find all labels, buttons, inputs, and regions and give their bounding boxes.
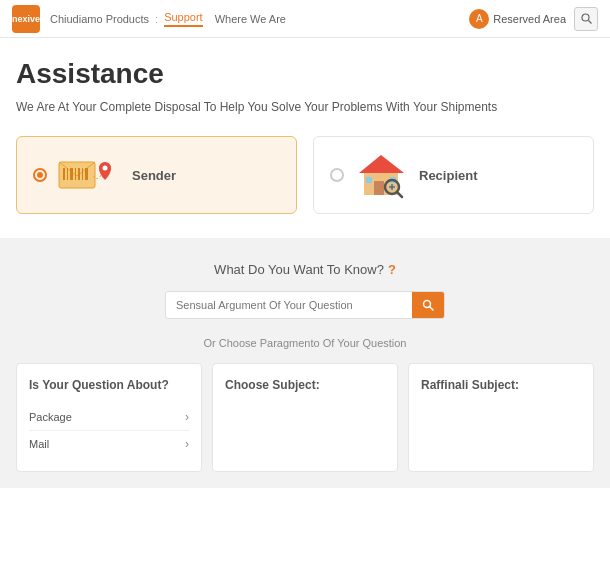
recipient-illustration (354, 151, 409, 199)
nav-item-where[interactable]: Where We Are (215, 13, 286, 25)
cards-row: Is Your Question About? Package › Mail ›… (16, 363, 594, 472)
svg-rect-4 (67, 168, 68, 180)
sender-illustration (57, 154, 122, 196)
question-title: What Do You Want To Know? ? (16, 262, 594, 277)
logo[interactable]: nexive (12, 5, 40, 33)
nav: Chiudiamo Products : Support Where We Ar… (50, 11, 286, 27)
role-card-recipient[interactable]: Recipient (313, 136, 594, 214)
main-content: Assistance We Are At Your Complete Dispo… (0, 38, 610, 488)
card-2-placeholder (225, 404, 385, 408)
svg-line-1 (588, 21, 591, 24)
logo-text: nexive (12, 14, 40, 24)
svg-line-19 (397, 192, 402, 197)
reserved-area-button[interactable]: A Reserved Area (469, 9, 566, 29)
header-right: A Reserved Area (469, 7, 598, 31)
svg-rect-9 (85, 168, 88, 180)
question-search-button[interactable] (412, 292, 444, 318)
nav-separator-1: : (155, 13, 158, 25)
nav-item-support[interactable]: Support (164, 11, 203, 27)
card-raffinali-subject: Raffinali Subject: (408, 363, 594, 472)
gray-section: What Do You Want To Know? ? Or Choose Pa… (0, 238, 610, 488)
role-selection: Sender (16, 136, 594, 214)
sender-radio[interactable] (33, 168, 47, 182)
mail-arrow-icon: › (185, 437, 189, 451)
card-3-title: Raffinali Subject: (421, 378, 581, 392)
card-1-title: Is Your Question About? (29, 378, 189, 392)
question-title-text: What Do You Want To Know? (214, 262, 384, 277)
sender-label: Sender (132, 168, 176, 183)
svg-rect-8 (82, 168, 83, 180)
card-choose-subject: Choose Subject: (212, 363, 398, 472)
svg-rect-7 (78, 168, 80, 180)
page-subtitle: We Are At Your Complete Disposal To Help… (16, 98, 594, 116)
card-item-mail[interactable]: Mail › (29, 431, 189, 457)
svg-rect-5 (70, 168, 73, 180)
svg-line-23 (430, 307, 434, 311)
svg-rect-14 (374, 181, 384, 195)
nav-item-products[interactable]: Chiudiamo Products (50, 13, 149, 25)
card-item-package[interactable]: Package › (29, 404, 189, 431)
question-search-bar (165, 291, 445, 319)
or-choose-text: Or Choose Paragmento Of Your Question (16, 337, 594, 349)
svg-point-0 (582, 14, 589, 21)
card-2-title: Choose Subject: (225, 378, 385, 392)
svg-rect-3 (63, 168, 65, 180)
recipient-label: Recipient (419, 168, 478, 183)
header: nexive Chiudiamo Products : Support Wher… (0, 0, 610, 38)
svg-marker-12 (359, 155, 404, 173)
question-search-input[interactable] (166, 292, 412, 318)
package-arrow-icon: › (185, 410, 189, 424)
reserved-area-label: Reserved Area (493, 13, 566, 25)
question-mark: ? (388, 262, 396, 277)
card-question-about: Is Your Question About? Package › Mail › (16, 363, 202, 472)
svg-rect-15 (366, 177, 372, 183)
page-title: Assistance (16, 58, 594, 90)
role-card-sender[interactable]: Sender (16, 136, 297, 214)
svg-rect-6 (75, 168, 76, 180)
recipient-radio[interactable] (330, 168, 344, 182)
svg-point-11 (103, 166, 108, 171)
header-search-button[interactable] (574, 7, 598, 31)
search-submit-icon (422, 299, 434, 311)
card-3-placeholder (421, 404, 581, 408)
reserved-area-icon: A (469, 9, 489, 29)
search-icon (581, 13, 592, 24)
